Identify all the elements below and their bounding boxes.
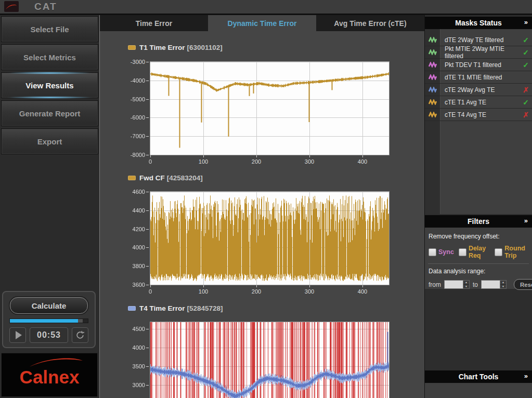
x-tick-mark	[150, 155, 151, 157]
round-trip-label: Round Trip	[504, 245, 528, 259]
x-tick-mark	[362, 155, 363, 157]
masks-status-body: dTE 2Way TE filtered ✓ Pkt MTIE 2Way MTI…	[425, 29, 532, 214]
export-button[interactable]: Export	[1, 128, 98, 154]
mask-row[interactable]: cTE T1 Avg TE ✓	[425, 96, 532, 109]
mask-label: dTE 2Way TE filtered	[440, 36, 520, 44]
x-tick-label: 300	[296, 158, 322, 165]
mask-row[interactable]: dTE 2Way TE filtered ✓	[425, 34, 532, 46]
y-tick-label: 4000	[133, 344, 145, 351]
view-results-button[interactable]: View Results	[1, 72, 98, 98]
cat-logo: CAT	[34, 1, 57, 12]
tab-avg-time-error[interactable]: Avg Time Error (cTE)	[316, 15, 424, 31]
calnex-app-icon	[4, 1, 19, 12]
spin-up-icon[interactable]: ▲	[500, 281, 506, 285]
y-tick-mark	[146, 285, 149, 285]
round-trip-checkbox[interactable]	[495, 248, 502, 256]
round-trip-option: Round Trip	[495, 245, 528, 259]
filters-body: Remove frequency offset: Sync Delay Req …	[425, 228, 532, 289]
sync-checkbox[interactable]	[429, 248, 436, 256]
legend-id: [52845728]	[187, 304, 223, 312]
divider	[428, 263, 529, 264]
chart-canvas[interactable]	[150, 62, 389, 155]
y-tick-mark	[146, 136, 149, 137]
mask-waveform-icon	[425, 87, 440, 92]
reset-button[interactable]: Reset	[514, 279, 532, 290]
main-nav: Select File Select Metrics View Results …	[0, 15, 99, 154]
range-to-spinner: ▲ ▼	[481, 280, 507, 289]
legend-label: T1 Time Error	[139, 44, 185, 51]
calculate-controls: 00:53	[9, 327, 88, 343]
masks-list: dTE 2Way TE filtered ✓ Pkt MTIE 2Way MTI…	[425, 34, 532, 121]
legend-swatch	[128, 45, 136, 50]
mask-label: Pkt MTIE 2Way MTIE filtered	[440, 45, 520, 60]
masks-status-title: Masks Status	[455, 19, 501, 27]
frequency-offset-options: Sync Delay Req Round Trip	[429, 245, 528, 259]
spinner-buttons: ▲ ▼	[463, 280, 470, 289]
legend-label: Fwd CF	[139, 174, 165, 182]
delay-req-checkbox[interactable]	[459, 248, 466, 256]
range-from-spinner: ▲ ▼	[444, 280, 470, 289]
mask-status-icon: ✓	[520, 48, 532, 57]
legend-swatch	[128, 176, 136, 180]
data-analysis-range-label: Data analysis range:	[429, 268, 528, 275]
expand-icon[interactable]: »	[524, 372, 528, 380]
y-tick-mark	[146, 329, 149, 329]
x-tick-mark	[256, 155, 257, 157]
x-tick-mark	[150, 285, 151, 287]
mask-status-icon: ✗	[520, 111, 532, 119]
data-analysis-range-controls: from ▲ ▼ to ▲ ▼ Reset	[429, 279, 528, 290]
spin-down-icon[interactable]: ▼	[463, 285, 469, 288]
generate-report-button[interactable]: Generate Report	[1, 100, 98, 126]
plot-area: 4600440042004000380036000100200300400	[150, 191, 390, 285]
spin-up-icon[interactable]: ▲	[463, 281, 469, 285]
chart-canvas[interactable]	[150, 192, 389, 285]
expand-icon[interactable]: »	[524, 18, 528, 26]
chart-tools-header[interactable]: Chart Tools »	[425, 370, 532, 383]
mask-row[interactable]: cTE T4 Avg TE ✗	[425, 109, 532, 121]
x-tick-label: 0	[137, 158, 163, 165]
tab-time-error[interactable]: Time Error	[100, 15, 208, 31]
x-tick-label: 0	[137, 288, 163, 295]
select-file-button[interactable]: Select File	[1, 16, 98, 42]
x-tick-mark	[203, 155, 204, 157]
spin-down-icon[interactable]: ▼	[500, 285, 506, 288]
y-tick-label: 3500	[133, 363, 145, 369]
range-to-input[interactable]	[481, 280, 500, 289]
y-tick-label: 4500	[133, 326, 145, 332]
calculate-button[interactable]: Calculate	[10, 297, 88, 314]
mask-row[interactable]: dTE T1 MTIE filtered	[425, 71, 532, 84]
y-tick-label: 3800	[133, 263, 145, 269]
sync-label: Sync	[438, 248, 454, 256]
mask-row[interactable]: Pkt MTIE 2Way MTIE filtered ✓	[425, 46, 532, 59]
mask-row[interactable]: cTE 2Way Avg TE ✗	[425, 84, 532, 96]
y-tick-label: 4400	[133, 207, 145, 214]
y-tick-mark	[146, 385, 149, 386]
filters-header[interactable]: Filters »	[425, 215, 532, 228]
to-label: to	[473, 281, 478, 288]
masks-status-header[interactable]: Masks Status »	[425, 17, 532, 29]
tab-dynamic-time-error[interactable]: Dynamic Time Error	[208, 15, 316, 31]
chart-legend: Fwd CF [42583204]	[128, 174, 203, 181]
chart-canvas[interactable]	[150, 322, 389, 398]
y-tick-mark	[146, 155, 149, 155]
select-metrics-button[interactable]: Select Metrics	[1, 44, 98, 70]
x-tick-mark	[309, 285, 310, 287]
timer-display: 00:53	[30, 327, 68, 343]
range-from-input[interactable]	[444, 280, 463, 289]
play-icon	[16, 331, 22, 339]
y-tick-label: -4000	[131, 77, 145, 84]
from-label: from	[429, 281, 441, 288]
swoosh-icon	[5, 3, 18, 10]
calculate-panel: Calculate 00:53	[2, 291, 96, 348]
y-tick-label: -6000	[131, 114, 145, 121]
y-tick-mark	[146, 247, 149, 248]
progress-fill	[10, 319, 78, 323]
mask-row[interactable]: Pkt TDEV T1 filtered ✓	[425, 59, 532, 71]
x-tick-label: 200	[243, 158, 269, 165]
x-tick-mark	[362, 285, 363, 287]
play-button[interactable]	[9, 327, 26, 343]
expand-icon[interactable]: »	[524, 217, 528, 224]
reset-timer-button[interactable]	[72, 327, 88, 343]
left-sidebar: Select File Select Metrics View Results …	[0, 15, 99, 398]
x-tick-label: 100	[190, 288, 216, 295]
